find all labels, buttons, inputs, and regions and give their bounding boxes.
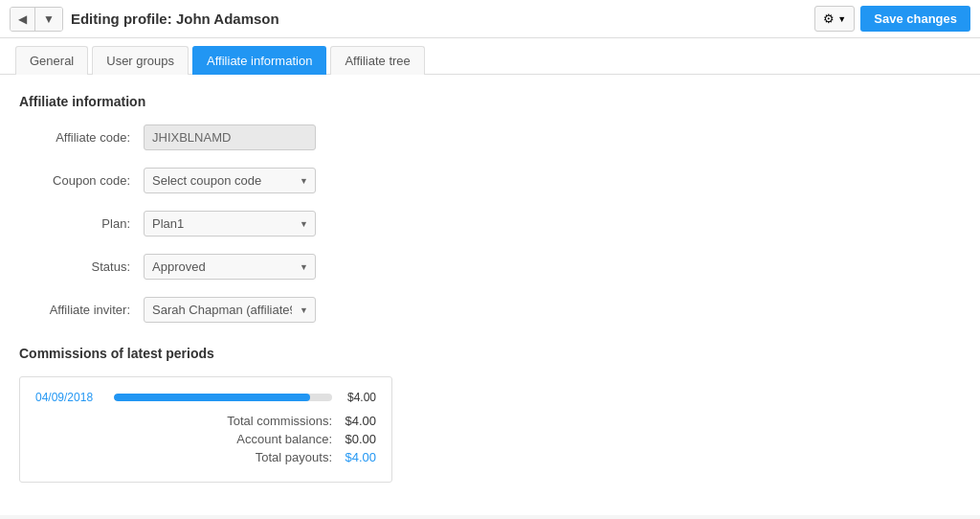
status-select[interactable]: Approved: [144, 254, 316, 280]
gear-icon: ⚙: [823, 11, 835, 26]
back-button[interactable]: ◀: [11, 8, 35, 31]
plan-select[interactable]: Plan1: [144, 211, 316, 237]
commissions-box: 04/09/2018 $4.00 Total commissions: $4.0…: [19, 376, 392, 483]
stat-total-commissions-label: Total commissions:: [227, 414, 332, 428]
affiliate-inviter-label: Affiliate inviter:: [19, 303, 144, 317]
coupon-code-row: Coupon code: Select coupon code: [19, 168, 961, 193]
header-actions: ⚙ ▼ Save changes: [814, 6, 970, 32]
page-title: Editing profile: John Adamson: [71, 11, 807, 27]
affiliate-code-row: Affiliate code:: [19, 124, 961, 150]
stat-total-commissions-value: $4.00: [336, 414, 376, 428]
stat-total-payouts: Total payouts: $4.00: [35, 450, 376, 464]
commissions-section: Commissions of latest periods 04/09/2018…: [19, 346, 961, 483]
status-label: Status:: [19, 260, 144, 274]
status-row: Status: Approved: [19, 254, 961, 280]
plan-label: Plan:: [19, 216, 144, 231]
affiliate-inviter-wrapper: Sarah Chapman (affiliate9@exa: [144, 297, 316, 323]
dropdown-nav-button[interactable]: ▼: [35, 8, 62, 31]
tab-bar: General User groups Affiliate informatio…: [0, 38, 980, 75]
stat-account-balance: Account balance: $0.00: [35, 432, 376, 446]
stat-total-payouts-value: $4.00: [336, 450, 376, 464]
commission-bar-amount: $4.00: [342, 391, 376, 404]
tab-user-groups[interactable]: User groups: [92, 46, 189, 75]
commission-bar-row: 04/09/2018 $4.00: [35, 391, 376, 404]
affiliate-code-label: Affiliate code:: [19, 130, 144, 145]
coupon-code-select[interactable]: Select coupon code: [144, 168, 316, 193]
tab-general[interactable]: General: [15, 46, 88, 75]
status-wrapper: Approved: [144, 254, 316, 280]
affiliate-code-input: [144, 124, 316, 150]
tab-affiliate-tree[interactable]: Affiliate tree: [330, 46, 424, 75]
stat-account-balance-value: $0.00: [336, 432, 376, 446]
commission-date: 04/09/2018: [35, 391, 104, 404]
tab-affiliate-information[interactable]: Affiliate information: [192, 46, 326, 75]
header: ◀ ▼ Editing profile: John Adamson ⚙ ▼ Sa…: [0, 0, 980, 38]
coupon-code-label: Coupon code:: [19, 173, 144, 188]
affiliate-inviter-select[interactable]: Sarah Chapman (affiliate9@exa: [144, 297, 316, 323]
commission-bar-wrapper: [114, 394, 332, 401]
affiliate-section-title: Affiliate information: [19, 94, 961, 109]
stat-total-commissions: Total commissions: $4.00: [35, 414, 376, 428]
commissions-title: Commissions of latest periods: [19, 346, 961, 361]
main-content: Affiliate information Affiliate code: Co…: [0, 75, 980, 515]
nav-buttons: ◀ ▼: [10, 7, 63, 32]
affiliate-inviter-row: Affiliate inviter: Sarah Chapman (affili…: [19, 297, 961, 323]
stat-total-payouts-label: Total payouts:: [256, 450, 332, 464]
coupon-code-wrapper: Select coupon code: [144, 168, 316, 193]
stat-account-balance-label: Account balance:: [236, 432, 332, 446]
gear-dropdown-icon: ▼: [837, 14, 846, 24]
commission-bar: [114, 394, 310, 401]
gear-button[interactable]: ⚙ ▼: [814, 6, 855, 32]
save-button[interactable]: Save changes: [860, 6, 970, 32]
plan-row: Plan: Plan1: [19, 211, 961, 237]
plan-wrapper: Plan1: [144, 211, 316, 237]
commission-stats: Total commissions: $4.00 Account balance…: [35, 414, 376, 464]
